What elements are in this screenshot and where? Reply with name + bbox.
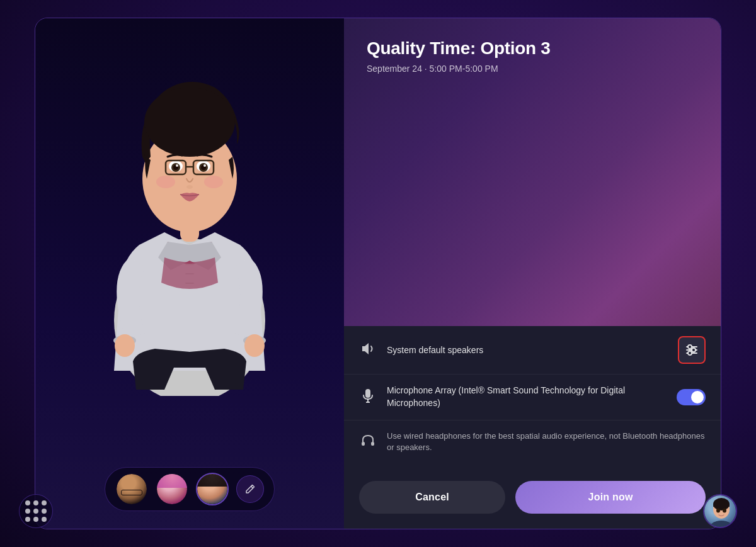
- action-section: Cancel Join now: [344, 468, 721, 529]
- microphone-icon: [359, 388, 377, 407]
- svg-point-40: [723, 509, 726, 513]
- headphone-icon: [359, 433, 377, 450]
- microphone-toggle[interactable]: [677, 389, 706, 405]
- svg-point-10: [144, 87, 235, 157]
- audio-section: System default speakers: [344, 326, 721, 468]
- svg-point-39: [716, 509, 720, 513]
- right-panel: Quality Time: Option 3 September 24 · 5:…: [344, 18, 721, 529]
- grid-menu-button[interactable]: [19, 494, 53, 528]
- main-container: Quality Time: Option 3 September 24 · 5:…: [35, 18, 721, 529]
- svg-rect-31: [365, 389, 370, 398]
- avatar-thumb-3[interactable]: [196, 473, 229, 505]
- svg-point-19: [186, 185, 193, 189]
- microphone-row: Microphone Array (Intel® Smart Sound Tec…: [344, 375, 721, 420]
- speaker-icon: [359, 342, 377, 359]
- speaker-label: System default speakers: [387, 344, 668, 357]
- headphone-tip-row: Use wired headphones for the best spatia…: [344, 420, 721, 463]
- audio-settings-button[interactable]: [678, 336, 706, 364]
- svg-point-28: [688, 345, 692, 349]
- main-avatar: [70, 18, 309, 396]
- avatar-thumb-1[interactable]: [115, 473, 148, 505]
- avatar-thumb-2[interactable]: [156, 473, 188, 505]
- speaker-row: System default speakers: [344, 326, 721, 375]
- event-date: September 24 · 5:00 PM-5:00 PM: [367, 64, 698, 74]
- cancel-button[interactable]: Cancel: [359, 481, 505, 514]
- microphone-label: Microphone Array (Intel® Smart Sound Tec…: [387, 385, 667, 409]
- svg-rect-34: [362, 442, 365, 446]
- svg-point-7: [244, 334, 265, 357]
- event-title: Quality Time: Option 3: [367, 38, 698, 59]
- grid-icon: [25, 500, 47, 522]
- edit-avatar-button[interactable]: [236, 475, 264, 503]
- svg-point-18: [203, 164, 206, 167]
- event-section: Quality Time: Option 3 September 24 · 5:…: [344, 18, 721, 326]
- svg-point-29: [692, 348, 696, 352]
- svg-point-21: [204, 176, 223, 188]
- svg-rect-35: [371, 442, 374, 446]
- left-panel: [35, 18, 344, 529]
- join-now-button[interactable]: Join now: [515, 481, 706, 514]
- user-avatar-button[interactable]: [703, 494, 737, 528]
- svg-point-30: [688, 351, 692, 355]
- svg-point-20: [156, 176, 175, 188]
- svg-point-17: [176, 164, 178, 167]
- user-avatar-icon: [704, 495, 736, 527]
- svg-point-6: [115, 334, 135, 357]
- avatar-selector-bar: [105, 467, 275, 511]
- headphone-tip-label: Use wired headphones for the best spatia…: [387, 431, 706, 453]
